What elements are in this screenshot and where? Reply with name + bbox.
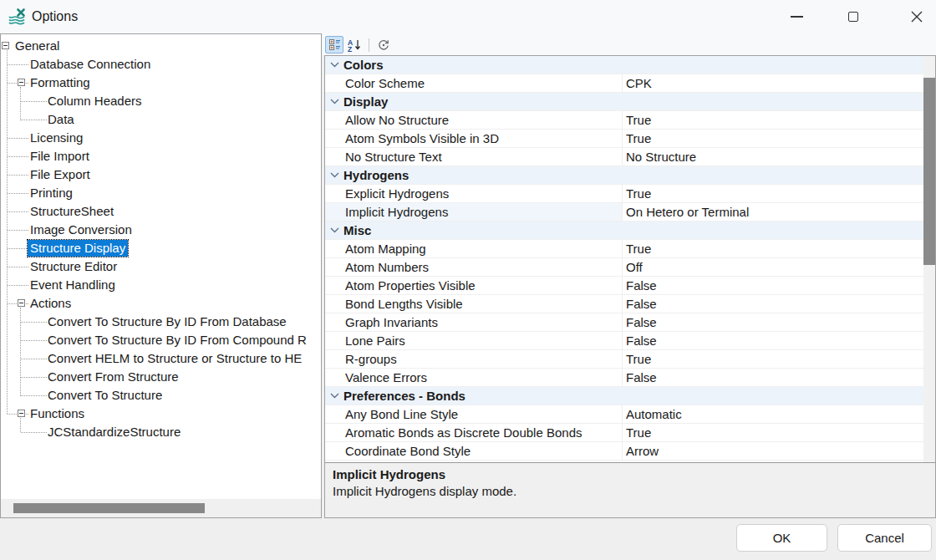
chevron-down-icon[interactable] xyxy=(325,93,343,110)
property-value[interactable]: On Hetero or Terminal xyxy=(623,203,923,221)
tree-item-label: Structure Display xyxy=(28,240,128,257)
property-value[interactable]: True xyxy=(623,240,923,257)
property-grid-row[interactable]: Valence Errors False xyxy=(325,369,923,387)
tree-item-label: General xyxy=(15,38,59,54)
property-grid-row[interactable]: Hydrogens xyxy=(325,166,923,185)
tree-item[interactable]: File Import xyxy=(1,147,321,165)
tree-item[interactable]: Column Headers xyxy=(1,92,321,110)
tree-item-label: File Import xyxy=(30,148,89,165)
property-grid-row[interactable]: Bond Lengths Visible False xyxy=(325,295,923,313)
grid-vertical-scrollbar-thumb[interactable] xyxy=(923,78,935,265)
property-name: Atom Symbols Visible in 3D xyxy=(325,130,623,147)
tree-item[interactable]: Functions xyxy=(1,405,321,423)
tree-item[interactable]: Data xyxy=(1,110,321,129)
description-text: Implicit Hydrogens display mode. xyxy=(333,483,928,500)
property-grid-row[interactable]: Display xyxy=(325,93,923,111)
property-value[interactable]: False xyxy=(623,369,923,386)
tree-item[interactable]: General xyxy=(1,37,321,55)
property-grid-row[interactable]: Atom Numbers Off xyxy=(325,258,923,277)
property-grid-row[interactable]: R-groups True xyxy=(325,350,923,369)
collapse-icon[interactable] xyxy=(18,79,25,86)
property-value[interactable]: True xyxy=(623,350,923,368)
property-value[interactable]: False xyxy=(623,295,923,313)
property-value[interactable]: True xyxy=(623,424,923,441)
tree-item[interactable]: Actions xyxy=(1,294,321,313)
tree-item[interactable]: Formatting xyxy=(1,74,321,92)
tree-item-label: Database Connection xyxy=(30,56,150,73)
property-grid-row[interactable]: Any Bond Line Style Automatic xyxy=(325,405,923,424)
options-tree-panel: General Database Connection Formatting C… xyxy=(0,33,322,518)
property-value[interactable]: False xyxy=(623,332,923,349)
collapse-icon[interactable] xyxy=(2,42,9,49)
tree-item-label: Convert HELM to Structure or Structure t… xyxy=(48,350,302,367)
property-grid-row[interactable]: Atom Symbols Visible in 3D True xyxy=(325,130,923,148)
property-name: Color Scheme xyxy=(325,74,623,92)
property-grid-row[interactable]: Atom Mapping True xyxy=(325,240,923,258)
property-value[interactable]: True xyxy=(623,185,923,202)
property-value[interactable]: True xyxy=(623,111,923,129)
property-grid-row[interactable]: Lone Pairs False xyxy=(325,332,923,350)
tree-item[interactable]: Printing xyxy=(1,184,321,202)
tree-item[interactable]: Structure Display xyxy=(1,239,321,257)
tree-horizontal-scrollbar[interactable] xyxy=(1,499,321,517)
tree-item[interactable]: Image Conversion xyxy=(1,221,321,239)
description-title: Implicit Hydrogens xyxy=(333,466,928,483)
property-value[interactable]: False xyxy=(623,277,923,294)
ok-button[interactable]: OK xyxy=(736,524,827,552)
property-grid-row[interactable]: Colors xyxy=(325,56,923,74)
cancel-button[interactable]: Cancel xyxy=(837,524,932,552)
chevron-down-icon[interactable] xyxy=(325,221,343,239)
property-name: Atom Mapping xyxy=(325,240,623,257)
collapse-icon[interactable] xyxy=(18,410,25,417)
property-value[interactable]: No Structure xyxy=(623,148,923,165)
property-grid-row[interactable]: Aromatic Bonds as Discrete Double Bonds … xyxy=(325,424,923,442)
tree-item-label: Convert To Structure By ID From Database xyxy=(48,313,287,330)
tree-item-label: Image Conversion xyxy=(30,221,132,238)
chevron-down-icon[interactable] xyxy=(325,56,343,74)
property-grid-row[interactable]: Coordinate Bond Style Arrow xyxy=(325,442,923,461)
tree-item[interactable]: Convert From Structure xyxy=(1,368,321,386)
chevron-down-icon[interactable] xyxy=(325,387,343,405)
chevron-down-icon[interactable] xyxy=(325,166,343,184)
property-value[interactable]: Arrow xyxy=(623,442,923,460)
tree-item[interactable]: Convert HELM to Structure or Structure t… xyxy=(1,349,321,368)
property-name: Any Bond Line Style xyxy=(325,405,623,423)
minimize-button[interactable] xyxy=(777,0,816,33)
property-grid-row[interactable]: No Structure Text No Structure xyxy=(325,148,923,166)
tree-item[interactable]: Structure Editor xyxy=(1,257,321,276)
tree-item[interactable]: Convert To Structure By ID From Compound… xyxy=(1,331,321,349)
tree-item[interactable]: JCStandardizeStructure xyxy=(1,423,321,441)
property-grid-row[interactable]: Explicit Hydrogens True xyxy=(325,185,923,203)
property-value[interactable]: Automatic xyxy=(623,405,923,423)
property-grid-row[interactable]: Graph Invariants False xyxy=(325,313,923,332)
tree-horizontal-scrollbar-thumb[interactable] xyxy=(13,503,205,513)
categorized-button[interactable] xyxy=(325,36,343,53)
property-grid-row[interactable]: Allow No Structure True xyxy=(325,111,923,130)
tree-item[interactable]: Convert To Structure xyxy=(1,386,321,405)
close-button[interactable] xyxy=(898,0,936,33)
collapse-icon[interactable] xyxy=(18,299,25,307)
tree-item[interactable]: Licensing xyxy=(1,129,321,147)
tree-item[interactable]: Database Connection xyxy=(1,55,321,74)
alphabetical-sort-button[interactable]: A Z xyxy=(345,36,364,53)
tree-item[interactable]: StructureSheet xyxy=(1,202,321,221)
maximize-button[interactable] xyxy=(834,0,872,33)
property-grid-row[interactable]: Preferences - Bonds xyxy=(325,387,923,405)
property-grid-row[interactable]: Misc xyxy=(325,221,923,240)
property-grid-row[interactable]: Color Scheme CPK xyxy=(325,74,923,93)
property-value[interactable]: CPK xyxy=(623,74,923,92)
tree-item[interactable]: Convert To Structure By ID From Database xyxy=(1,313,321,331)
property-value[interactable]: False xyxy=(623,313,923,331)
property-grid-row[interactable]: Atom Properties Visible False xyxy=(325,277,923,295)
reset-defaults-button[interactable] xyxy=(374,36,393,53)
grid-vertical-scrollbar[interactable] xyxy=(923,56,935,463)
property-description-panel: Implicit Hydrogens Implicit Hydrogens di… xyxy=(325,462,935,517)
options-tree: General Database Connection Formatting C… xyxy=(1,37,321,441)
property-grid-row[interactable]: Implicit Hydrogens On Hetero or Terminal xyxy=(325,203,923,221)
tree-item-label: Data xyxy=(48,111,74,128)
category-label: Colors xyxy=(343,56,923,74)
tree-item[interactable]: Event Handling xyxy=(1,276,321,294)
tree-item[interactable]: File Export xyxy=(1,165,321,184)
property-value[interactable]: True xyxy=(623,130,923,147)
property-value[interactable]: Off xyxy=(623,258,923,276)
